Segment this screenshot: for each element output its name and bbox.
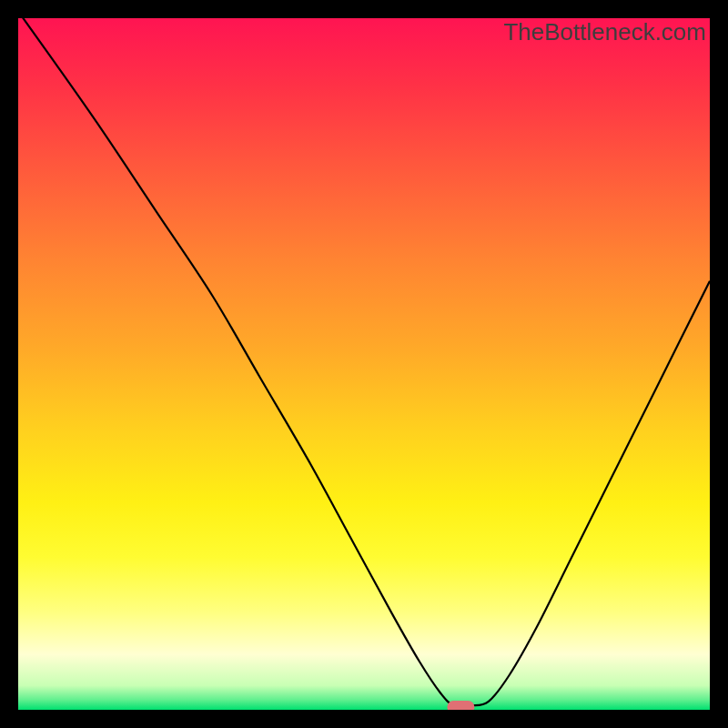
- chart-svg: [18, 18, 710, 710]
- plot-area: TheBottleneck.com: [18, 18, 710, 710]
- chart-marker: [447, 701, 474, 710]
- chart-frame: TheBottleneck.com: [0, 0, 728, 728]
- gradient-background: [18, 18, 710, 710]
